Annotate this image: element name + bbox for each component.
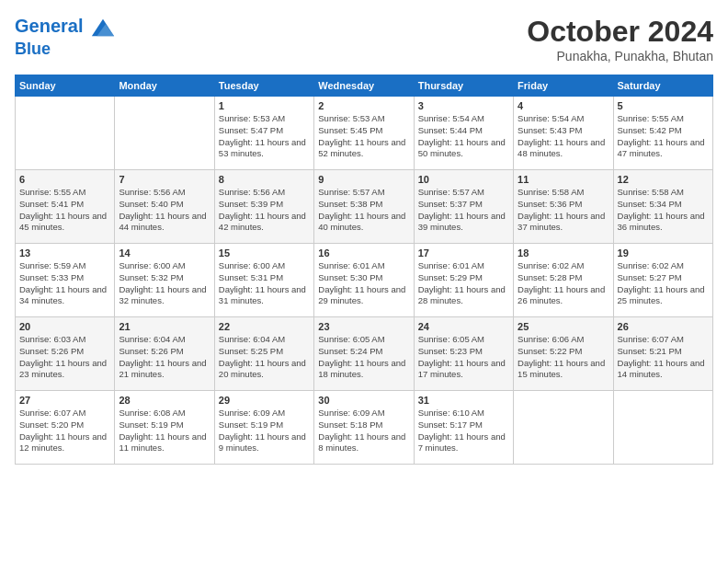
calendar-cell: 30Sunrise: 6:09 AMSunset: 5:18 PMDayligh…: [314, 391, 414, 465]
day-info: Sunrise: 6:09 AMSunset: 5:18 PMDaylight:…: [318, 408, 409, 454]
day-info: Sunrise: 6:00 AMSunset: 5:32 PMDaylight:…: [119, 260, 210, 307]
day-number: 22: [219, 321, 310, 332]
calendar-cell: 3Sunrise: 5:54 AMSunset: 5:44 PMDaylight…: [414, 97, 513, 170]
day-number: 25: [518, 321, 609, 332]
day-info: Sunrise: 6:05 AMSunset: 5:23 PMDaylight:…: [418, 334, 509, 381]
calendar-cell: 16Sunrise: 6:01 AMSunset: 5:30 PMDayligh…: [314, 244, 414, 317]
calendar-cell: 9Sunrise: 5:57 AMSunset: 5:38 PMDaylight…: [314, 170, 414, 244]
day-info: Sunrise: 5:57 AMSunset: 5:37 PMDaylight:…: [418, 187, 509, 234]
calendar-cell: 20Sunrise: 6:03 AMSunset: 5:26 PMDayligh…: [16, 317, 115, 391]
day-info: Sunrise: 6:06 AMSunset: 5:22 PMDaylight:…: [518, 334, 609, 381]
day-number: 3: [418, 100, 509, 111]
day-info: Sunrise: 6:05 AMSunset: 5:24 PMDaylight:…: [318, 334, 409, 381]
day-info: Sunrise: 6:09 AMSunset: 5:19 PMDaylight:…: [219, 408, 310, 454]
col-header-wednesday: Wednesday: [314, 75, 414, 97]
day-number: 26: [618, 321, 709, 332]
calendar-cell: [16, 97, 115, 170]
day-info: Sunrise: 6:10 AMSunset: 5:17 PMDaylight:…: [418, 408, 509, 454]
day-number: 1: [219, 100, 310, 111]
calendar-cell: [514, 391, 613, 465]
calendar-cell: 10Sunrise: 5:57 AMSunset: 5:37 PMDayligh…: [414, 170, 513, 244]
calendar-cell: 4Sunrise: 5:54 AMSunset: 5:43 PMDaylight…: [514, 97, 613, 170]
col-header-thursday: Thursday: [414, 75, 513, 97]
calendar-cell: 7Sunrise: 5:56 AMSunset: 5:40 PMDaylight…: [115, 170, 214, 244]
calendar-cell: 15Sunrise: 6:00 AMSunset: 5:31 PMDayligh…: [214, 244, 313, 317]
day-number: 24: [418, 321, 509, 332]
day-info: Sunrise: 5:59 AMSunset: 5:33 PMDaylight:…: [19, 260, 110, 307]
calendar-cell: 22Sunrise: 6:04 AMSunset: 5:25 PMDayligh…: [214, 317, 313, 391]
day-number: 8: [219, 174, 310, 185]
day-info: Sunrise: 5:53 AMSunset: 5:45 PMDaylight:…: [318, 113, 409, 160]
calendar-cell: 12Sunrise: 5:58 AMSunset: 5:34 PMDayligh…: [613, 170, 712, 244]
day-number: 4: [518, 100, 609, 111]
day-info: Sunrise: 5:55 AMSunset: 5:42 PMDaylight:…: [618, 113, 709, 160]
calendar-cell: 6Sunrise: 5:55 AMSunset: 5:41 PMDaylight…: [16, 170, 115, 244]
page-header: General Blue October 2024 Punakha, Punak…: [15, 15, 713, 63]
calendar-cell: 26Sunrise: 6:07 AMSunset: 5:21 PMDayligh…: [613, 317, 712, 391]
day-info: Sunrise: 5:58 AMSunset: 5:34 PMDaylight:…: [618, 187, 709, 234]
logo: General Blue: [15, 15, 116, 59]
col-header-monday: Monday: [115, 75, 214, 97]
calendar-cell: 13Sunrise: 5:59 AMSunset: 5:33 PMDayligh…: [16, 244, 115, 317]
day-info: Sunrise: 5:58 AMSunset: 5:36 PMDaylight:…: [518, 187, 609, 234]
day-info: Sunrise: 6:01 AMSunset: 5:30 PMDaylight:…: [318, 260, 409, 307]
calendar-cell: 11Sunrise: 5:58 AMSunset: 5:36 PMDayligh…: [514, 170, 613, 244]
day-number: 23: [318, 321, 409, 332]
calendar-cell: 5Sunrise: 5:55 AMSunset: 5:42 PMDaylight…: [613, 97, 712, 170]
location-title: Punakha, Punakha, Bhutan: [527, 49, 713, 63]
col-header-saturday: Saturday: [613, 75, 712, 97]
day-number: 29: [219, 395, 310, 406]
month-title: October 2024: [527, 15, 713, 49]
calendar-cell: 27Sunrise: 6:07 AMSunset: 5:20 PMDayligh…: [16, 391, 115, 465]
calendar-cell: [613, 391, 712, 465]
calendar-cell: 19Sunrise: 6:02 AMSunset: 5:27 PMDayligh…: [613, 244, 712, 317]
day-info: Sunrise: 6:00 AMSunset: 5:31 PMDaylight:…: [219, 260, 310, 307]
day-info: Sunrise: 6:04 AMSunset: 5:25 PMDaylight:…: [219, 334, 310, 381]
logo-blue: Blue: [15, 40, 116, 59]
calendar-cell: 18Sunrise: 6:02 AMSunset: 5:28 PMDayligh…: [514, 244, 613, 317]
day-info: Sunrise: 6:02 AMSunset: 5:28 PMDaylight:…: [518, 260, 609, 307]
day-number: 11: [518, 174, 609, 185]
day-number: 16: [318, 247, 409, 259]
calendar-cell: 29Sunrise: 6:09 AMSunset: 5:19 PMDayligh…: [214, 391, 313, 465]
calendar-cell: 1Sunrise: 5:53 AMSunset: 5:47 PMDaylight…: [214, 97, 313, 170]
day-info: Sunrise: 6:03 AMSunset: 5:26 PMDaylight:…: [19, 334, 110, 381]
day-number: 21: [119, 321, 210, 332]
calendar-table: SundayMondayTuesdayWednesdayThursdayFrid…: [15, 75, 713, 465]
day-info: Sunrise: 5:55 AMSunset: 5:41 PMDaylight:…: [19, 187, 110, 234]
day-info: Sunrise: 6:08 AMSunset: 5:19 PMDaylight:…: [119, 408, 210, 454]
day-number: 2: [318, 100, 409, 111]
col-header-friday: Friday: [514, 75, 613, 97]
calendar-cell: 24Sunrise: 6:05 AMSunset: 5:23 PMDayligh…: [414, 317, 513, 391]
day-info: Sunrise: 5:56 AMSunset: 5:39 PMDaylight:…: [219, 187, 310, 234]
day-number: 6: [19, 174, 110, 185]
calendar-cell: [115, 97, 214, 170]
day-number: 20: [19, 321, 110, 332]
day-number: 30: [318, 395, 409, 406]
calendar-cell: 23Sunrise: 6:05 AMSunset: 5:24 PMDayligh…: [314, 317, 414, 391]
day-number: 18: [518, 247, 609, 259]
calendar-cell: 25Sunrise: 6:06 AMSunset: 5:22 PMDayligh…: [514, 317, 613, 391]
logo-general: General: [15, 16, 83, 36]
logo-icon: [90, 15, 116, 40]
day-info: Sunrise: 6:07 AMSunset: 5:20 PMDaylight:…: [19, 408, 110, 454]
calendar-cell: 31Sunrise: 6:10 AMSunset: 5:17 PMDayligh…: [414, 391, 513, 465]
calendar-cell: 28Sunrise: 6:08 AMSunset: 5:19 PMDayligh…: [115, 391, 214, 465]
day-info: Sunrise: 6:02 AMSunset: 5:27 PMDaylight:…: [618, 260, 709, 307]
day-number: 27: [19, 395, 110, 406]
day-info: Sunrise: 5:54 AMSunset: 5:44 PMDaylight:…: [418, 113, 509, 160]
day-info: Sunrise: 5:54 AMSunset: 5:43 PMDaylight:…: [518, 113, 609, 160]
day-number: 10: [418, 174, 509, 185]
logo-text: General: [15, 15, 116, 40]
day-info: Sunrise: 6:07 AMSunset: 5:21 PMDaylight:…: [618, 334, 709, 381]
day-number: 5: [618, 100, 709, 111]
col-header-tuesday: Tuesday: [214, 75, 313, 97]
calendar-cell: 21Sunrise: 6:04 AMSunset: 5:26 PMDayligh…: [115, 317, 214, 391]
day-number: 7: [119, 174, 210, 185]
day-number: 15: [219, 247, 310, 259]
col-header-sunday: Sunday: [16, 75, 115, 97]
day-number: 19: [618, 247, 709, 259]
day-number: 31: [418, 395, 509, 406]
day-info: Sunrise: 5:57 AMSunset: 5:38 PMDaylight:…: [318, 187, 409, 234]
calendar-cell: 14Sunrise: 6:00 AMSunset: 5:32 PMDayligh…: [115, 244, 214, 317]
